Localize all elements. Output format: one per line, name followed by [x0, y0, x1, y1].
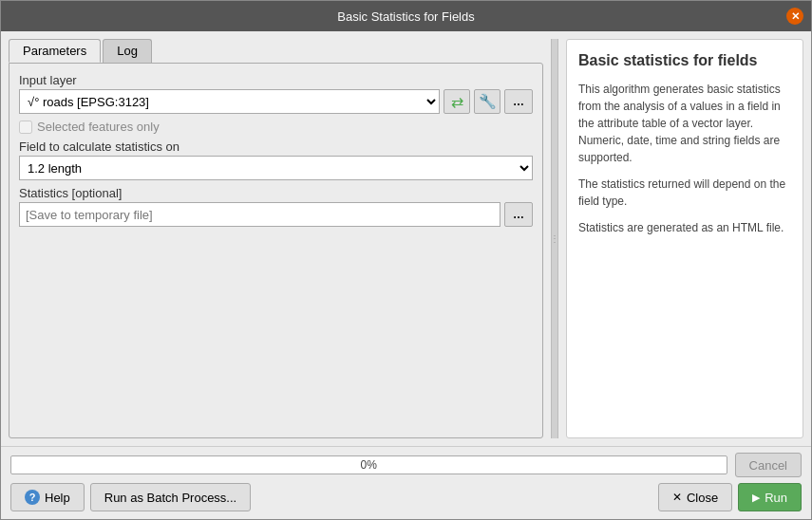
selected-features-label: Selected features only — [37, 120, 160, 134]
cancel-button[interactable]: Cancel — [735, 453, 802, 477]
divider-handle[interactable]: ⋮ — [551, 39, 558, 438]
content-area: Parameters Log Input layer √° roads [EPS… — [1, 31, 811, 446]
close-dialog-label: Close — [687, 491, 718, 505]
tab-content: Input layer √° roads [EPSG:3123] ⇄ 🔧 … — [9, 63, 543, 438]
settings-button[interactable]: 🔧 — [474, 89, 500, 114]
toggle-icon: ⇄ — [451, 93, 463, 111]
help-panel: Basic statistics for fields This algorit… — [566, 39, 803, 438]
close-x-icon: ✕ — [672, 491, 682, 504]
right-buttons: ✕ Close ▶ Run — [658, 483, 802, 511]
selected-features-checkbox[interactable] — [19, 121, 32, 134]
statistics-row: … — [19, 202, 533, 227]
run-button[interactable]: ▶ Run — [738, 483, 802, 511]
title-bar: Basic Statistics for Fields ✕ — [1, 1, 811, 31]
close-dialog-button[interactable]: ✕ Close — [658, 483, 732, 511]
help-icon: ? — [25, 490, 40, 505]
window-title: Basic Statistics for Fields — [337, 9, 475, 24]
help-paragraph-2: The statistics returned will depend on t… — [578, 176, 791, 210]
selected-features-row: Selected features only — [19, 120, 533, 134]
toggle-button[interactable]: ⇄ — [444, 89, 470, 114]
help-paragraph-3: Statistics are generated as an HTML file… — [578, 219, 791, 236]
help-button-label: Help — [45, 491, 70, 505]
tab-parameters[interactable]: Parameters — [9, 39, 101, 63]
progress-row: 0% Cancel — [10, 453, 802, 477]
more-button[interactable]: … — [504, 89, 533, 114]
close-icon: ✕ — [791, 10, 800, 23]
help-title: Basic statistics for fields — [578, 51, 791, 71]
main-window: Basic Statistics for Fields ✕ Parameters… — [0, 0, 812, 520]
buttons-row: ? Help Run as Batch Process... ✕ Close ▶… — [10, 483, 802, 511]
input-layer-section: Input layer √° roads [EPSG:3123] ⇄ 🔧 … — [19, 73, 533, 114]
tabs-bar: Parameters Log — [9, 39, 543, 63]
input-layer-dropdown[interactable]: √° roads [EPSG:3123] — [19, 89, 440, 114]
field-label: Field to calculate statistics on — [19, 139, 533, 154]
bottom-bar: 0% Cancel ? Help Run as Batch Process...… — [1, 446, 811, 519]
statistics-dots-icon: … — [513, 208, 524, 221]
input-layer-row: √° roads [EPSG:3123] ⇄ 🔧 … — [19, 89, 533, 114]
batch-process-button[interactable]: Run as Batch Process... — [90, 483, 251, 511]
progress-bar: 0% — [10, 455, 727, 474]
input-layer-label: Input layer — [19, 73, 533, 87]
left-buttons: ? Help Run as Batch Process... — [10, 483, 251, 511]
window-close-button[interactable]: ✕ — [786, 8, 803, 25]
statistics-section: Statistics [optional] … — [19, 186, 533, 227]
field-section: Field to calculate statistics on 1.2 len… — [19, 139, 533, 180]
field-dropdown[interactable]: 1.2 length — [19, 156, 533, 180]
statistics-input[interactable] — [19, 202, 500, 227]
left-panel: Parameters Log Input layer √° roads [EPS… — [9, 39, 543, 438]
help-button[interactable]: ? Help — [10, 483, 85, 511]
settings-icon: 🔧 — [479, 93, 497, 110]
help-paragraph-1: This algorithm generates basic statistic… — [578, 81, 791, 166]
statistics-label: Statistics [optional] — [19, 186, 533, 200]
tab-log[interactable]: Log — [103, 39, 152, 63]
batch-process-label: Run as Batch Process... — [104, 491, 236, 505]
run-button-label: Run — [765, 491, 787, 505]
progress-label: 0% — [361, 458, 377, 472]
statistics-more-button[interactable]: … — [504, 202, 533, 227]
spacer — [19, 232, 533, 428]
dots-icon: … — [513, 95, 524, 108]
run-icon: ▶ — [752, 492, 760, 504]
divider-dots: ⋮ — [550, 233, 559, 244]
